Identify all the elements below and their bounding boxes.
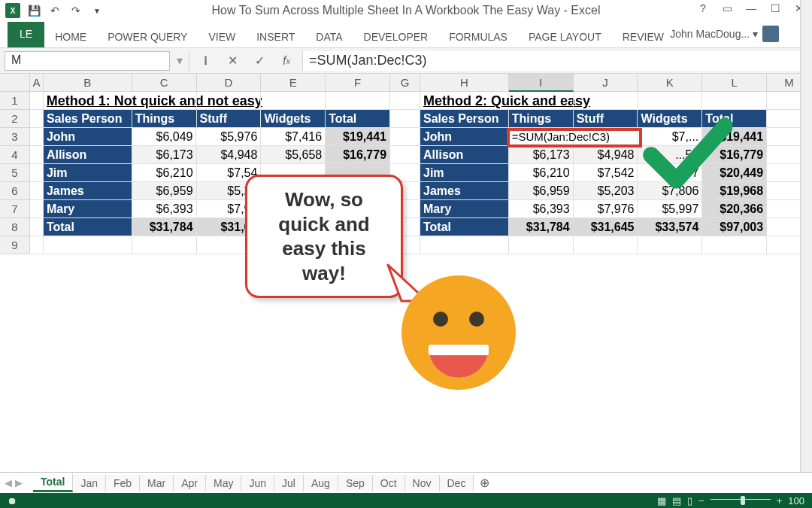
window-title: How To Sum Across Multiple Sheet In A Wo…: [212, 4, 601, 17]
undo-icon[interactable]: ↶: [45, 2, 65, 20]
sheet-tab[interactable]: Dec: [440, 475, 474, 491]
sheet-nav[interactable]: ◀▶: [5, 477, 23, 488]
maximize-button[interactable]: ☐: [764, 0, 786, 17]
sheet-tab[interactable]: Mar: [140, 475, 174, 491]
tab-insert[interactable]: INSERT: [246, 25, 305, 47]
col-header[interactable]: A: [30, 74, 44, 92]
cell: $16,779: [326, 146, 390, 164]
cancel-formula-icon[interactable]: ✕: [221, 51, 244, 71]
cell: $5,976: [196, 128, 261, 146]
qat-dropdown-icon[interactable]: ▼: [87, 2, 107, 20]
minimize-button[interactable]: —: [740, 0, 762, 17]
rowlabel: Allison: [420, 146, 509, 164]
vertical-scrollbar[interactable]: [800, 0, 812, 472]
help-button[interactable]: ?: [692, 0, 714, 17]
zoom-out-icon[interactable]: −: [698, 495, 704, 506]
name-box-dropdown-icon[interactable]: ▾: [174, 51, 189, 71]
tab-developer[interactable]: DEVELOPER: [353, 25, 439, 47]
view-normal-icon[interactable]: ▦: [657, 495, 666, 506]
formula-input[interactable]: =SUM(Jan:Dec!C3): [302, 51, 807, 71]
cell: $31,64: [197, 218, 262, 236]
row-header[interactable]: 7: [0, 200, 30, 218]
ribbon-tabs: LE HOME POWER QUERY VIEW INSERT DATA DEV…: [0, 21, 812, 48]
sheet-tab[interactable]: Sep: [338, 475, 373, 491]
tab-formulas[interactable]: FORMULAS: [438, 25, 518, 47]
user-account[interactable]: John MacDoug... ▾: [670, 26, 779, 42]
col-header[interactable]: C: [132, 74, 197, 92]
macro-record-icon[interactable]: ⏺: [8, 495, 17, 506]
file-tab[interactable]: LE: [8, 22, 44, 47]
sheet-tab[interactable]: Jan: [73, 475, 106, 491]
zoom-slider[interactable]: [710, 499, 771, 502]
tab-review[interactable]: REVIEW: [612, 25, 674, 47]
tab-data[interactable]: DATA: [305, 25, 353, 47]
table-header: Widgets: [261, 110, 326, 128]
row-header[interactable]: 2: [0, 110, 30, 128]
row-header[interactable]: 4: [0, 146, 30, 164]
cell: $31,645: [574, 218, 638, 236]
rowlabel: John: [44, 128, 132, 146]
user-avatar: [762, 26, 779, 42]
sheet-tab[interactable]: Feb: [106, 475, 140, 491]
col-header[interactable]: E: [261, 74, 326, 92]
view-break-icon[interactable]: ▯: [687, 495, 692, 506]
sheet-tab[interactable]: Jun: [241, 475, 274, 491]
speech-bubble-tail: [382, 259, 442, 319]
cell: $6,049: [132, 128, 197, 146]
col-header[interactable]: L: [702, 74, 767, 92]
tab-powerquery[interactable]: POWER QUERY: [97, 25, 198, 47]
row-header[interactable]: 8: [0, 218, 30, 236]
cell: $33,574: [638, 218, 702, 236]
save-icon[interactable]: 💾: [24, 2, 44, 20]
col-header[interactable]: G: [390, 74, 420, 92]
col-header[interactable]: I: [509, 74, 574, 92]
new-sheet-button[interactable]: ⊕: [474, 473, 495, 492]
cell: $16,779: [702, 146, 767, 164]
sheet-tab[interactable]: May: [206, 475, 241, 491]
col-header[interactable]: D: [197, 74, 262, 92]
name-box[interactable]: M: [5, 51, 170, 71]
cell-editing[interactable]: =SUM(Jan:Dec!C3): [509, 128, 574, 146]
cell: [261, 182, 326, 200]
col-header[interactable]: J: [574, 74, 638, 92]
table-header: Stuff: [574, 110, 638, 128]
tab-pagelayout[interactable]: PAGE LAYOUT: [518, 25, 612, 47]
formula-insert-icon[interactable]: ⁞: [194, 51, 217, 71]
row-header[interactable]: 3: [0, 128, 30, 146]
ribbon-options-button[interactable]: ▭: [716, 0, 738, 17]
sheet-tab-total[interactable]: Total: [33, 473, 73, 492]
fx-icon[interactable]: fx: [275, 51, 298, 71]
col-header[interactable]: B: [44, 74, 132, 92]
spreadsheet-grid[interactable]: 1 Method 1: Not quick and not easy Metho…: [0, 92, 812, 488]
cell: $6,959: [132, 182, 197, 200]
cell: [261, 218, 326, 236]
enter-formula-icon[interactable]: ✓: [248, 51, 271, 71]
tab-view[interactable]: VIEW: [198, 25, 246, 47]
cell: $6,173: [509, 146, 574, 164]
col-header[interactable]: K: [638, 74, 702, 92]
row-header[interactable]: 1: [0, 92, 30, 110]
cell: [261, 164, 326, 182]
zoom-level[interactable]: 100: [788, 495, 804, 506]
cell: $4,948: [574, 146, 638, 164]
svg-point-2: [469, 312, 484, 327]
cell: $6,210: [132, 164, 197, 182]
zoom-in-icon[interactable]: +: [777, 495, 783, 506]
status-bar: ⏺ ▦ ▤ ▯ − + 100: [0, 493, 812, 508]
sheet-tab[interactable]: Apr: [174, 475, 206, 491]
sheet-tab[interactable]: Aug: [304, 475, 338, 491]
redo-icon[interactable]: ↷: [66, 2, 86, 20]
col-header[interactable]: F: [326, 74, 390, 92]
sheet-tab[interactable]: Jul: [274, 475, 304, 491]
smiley-emoji-icon: [398, 272, 519, 393]
excel-logo[interactable]: X: [3, 2, 23, 20]
sheet-tab[interactable]: Oct: [373, 475, 405, 491]
row-header[interactable]: 6: [0, 182, 30, 200]
row-header[interactable]: 5: [0, 164, 30, 182]
select-all-corner[interactable]: [0, 74, 30, 92]
col-header[interactable]: H: [420, 74, 509, 92]
row-header[interactable]: 9: [0, 236, 30, 254]
sheet-tab[interactable]: Nov: [405, 475, 440, 491]
tab-home[interactable]: HOME: [44, 25, 97, 47]
view-layout-icon[interactable]: ▤: [672, 495, 681, 506]
